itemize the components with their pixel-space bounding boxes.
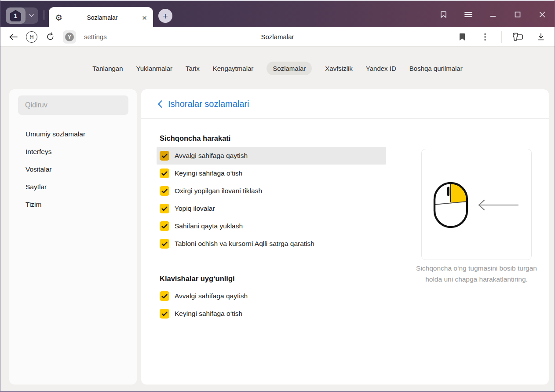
gesture-illustration-caption: Sichqoncha o‘ng tugmasini bosib turgan h…	[416, 263, 537, 285]
gesture-illustration-card	[421, 149, 532, 260]
extensions-icon[interactable]	[511, 30, 525, 44]
close-window-icon[interactable]	[537, 9, 548, 20]
tab-xavfsizlik[interactable]: Xavfsizlik	[325, 62, 353, 75]
sidebar-item-tizim[interactable]: Tizim	[9, 196, 137, 213]
tab-count: 1	[14, 12, 18, 19]
gesture-option-label: Avvalgi sahifaga qaytish	[175, 292, 248, 300]
toolbar-divider	[501, 31, 502, 43]
checkbox-checked-icon[interactable]	[160, 221, 169, 231]
checkbox-checked-icon[interactable]	[160, 204, 169, 213]
gesture-option-row[interactable]: Avvalgi sahifaga qaytish	[157, 287, 386, 305]
checkbox-checked-icon[interactable]	[160, 309, 169, 319]
sidebar-item-saytlar[interactable]: Saytlar	[9, 178, 137, 196]
yandex-home-button[interactable]: Я	[26, 31, 37, 43]
gesture-option-row[interactable]: Oxirgi yopilgan ilovani tiklash	[157, 182, 386, 200]
gesture-option-label: Avvalgi sahifaga qaytish	[175, 152, 248, 160]
sidebar-item-interfeys[interactable]: Interfeys	[9, 143, 137, 161]
gesture-option-row[interactable]: Avvalgi sahifaga qaytish	[157, 147, 386, 165]
more-options-icon[interactable]	[478, 30, 492, 44]
mouse-illustration-icon	[433, 182, 468, 228]
close-tab-icon[interactable]: ×	[142, 14, 147, 22]
protect-icon: Y	[65, 33, 74, 41]
checkbox-checked-icon[interactable]	[160, 151, 169, 161]
gesture-option-label: Oxirgi yopilgan ilovani tiklash	[175, 187, 262, 195]
browser-tab[interactable]: ⚙ Sozlamalar ×	[49, 7, 153, 28]
tab-yandex-id[interactable]: Yandex ID	[366, 62, 396, 75]
gestures-settings-panel: Ishoralar sozlamalari Sichqoncha harakat…	[141, 89, 549, 385]
section-title-key-combos: Klavishalar uyg‘unligi	[157, 275, 386, 283]
downloads-icon[interactable]	[534, 30, 548, 44]
yandex-letter: Я	[29, 33, 33, 40]
tab-boshqa-qurilmalar[interactable]: Boshqa qurilmalar	[409, 62, 463, 75]
new-tab-button[interactable]: +	[158, 9, 172, 23]
toolbar: Я Y settings Sozlamalar	[0, 27, 555, 47]
sidebar-item-vositalar[interactable]: Vositalar	[9, 161, 137, 178]
tab-tarix[interactable]: Tarix	[186, 62, 200, 75]
back-button[interactable]	[7, 30, 20, 44]
titlebar: 1 ⚙ Sozlamalar × +	[0, 0, 555, 27]
gesture-option-row[interactable]: Keyingi sahifaga o‘tish	[157, 165, 386, 182]
browser-window: 1 ⚙ Sozlamalar × +	[0, 0, 555, 392]
chevron-down-icon[interactable]	[29, 14, 34, 17]
tab-count-shield-icon: 1	[10, 10, 21, 22]
gesture-option-label: Tabloni ochish va kursorni Aqlli satrga …	[175, 240, 314, 248]
address-text[interactable]: settings	[84, 33, 107, 40]
settings-sidebar: Umumiy sozlamalar Interfeys Vositalar Sa…	[9, 89, 137, 385]
page-section-title: Ishoralar sozlamalari	[168, 99, 249, 109]
gesture-option-label: Yopiq ilovalar	[175, 205, 215, 212]
gestures-header[interactable]: Ishoralar sozlamalari	[141, 89, 549, 119]
search-input[interactable]	[18, 95, 128, 115]
checkbox-checked-icon[interactable]	[160, 186, 169, 196]
settings-nav-tabs: Tanlangan Yuklanmalar Tarix Kengaytmalar…	[0, 62, 555, 75]
side-panel-bookmark-icon[interactable]	[438, 9, 449, 20]
gesture-option-label: Keyingi sahifaga o‘tish	[175, 169, 242, 177]
reload-button[interactable]	[44, 30, 57, 44]
settings-gear-icon: ⚙	[55, 14, 62, 22]
tab-yuklanmalar[interactable]: Yuklanmalar	[136, 62, 173, 75]
tab-kengaytmalar[interactable]: Kengaytmalar	[213, 62, 254, 75]
menu-icon[interactable]	[463, 9, 474, 20]
gesture-option-row[interactable]: Sahifani qayta yuklash	[157, 217, 386, 235]
gesture-option-row[interactable]: Yopiq ilovalar	[157, 200, 386, 217]
section-title-mouse-gestures: Sichqoncha harakati	[157, 134, 386, 143]
settings-page: Tanlangan Yuklanmalar Tarix Kengaytmalar…	[0, 47, 555, 392]
checkbox-checked-icon[interactable]	[160, 239, 169, 249]
tab-title: Sozlamalar	[62, 14, 142, 21]
gesture-option-label: Keyingi sahifaga o‘tish	[175, 310, 242, 318]
checkbox-checked-icon[interactable]	[160, 291, 169, 301]
titlebar-divider	[44, 10, 44, 20]
gesture-option-label: Sahifani qayta yuklash	[175, 222, 243, 230]
back-chevron-icon[interactable]	[158, 100, 162, 108]
minimize-icon[interactable]	[488, 9, 498, 20]
left-arrow-icon	[477, 198, 519, 212]
tab-counter[interactable]: 1	[6, 7, 38, 24]
sidebar-item-umumiy-sozlamalar[interactable]: Umumiy sozlamalar	[9, 125, 137, 143]
gesture-option-row[interactable]: Keyingi sahifaga o‘tish	[157, 305, 386, 322]
maximize-icon[interactable]	[512, 9, 523, 20]
protect-letter: Y	[68, 34, 71, 40]
checkbox-checked-icon[interactable]	[160, 169, 169, 178]
protect-badge[interactable]: Y	[63, 30, 76, 44]
tab-tanlangan[interactable]: Tanlangan	[92, 62, 123, 75]
bookmark-icon[interactable]	[456, 30, 469, 44]
tab-sozlamalar[interactable]: Sozlamalar	[267, 62, 312, 75]
tab-counter-badge: 1	[6, 7, 26, 24]
gesture-option-row[interactable]: Tabloni ochish va kursorni Aqlli satrga …	[157, 235, 386, 253]
